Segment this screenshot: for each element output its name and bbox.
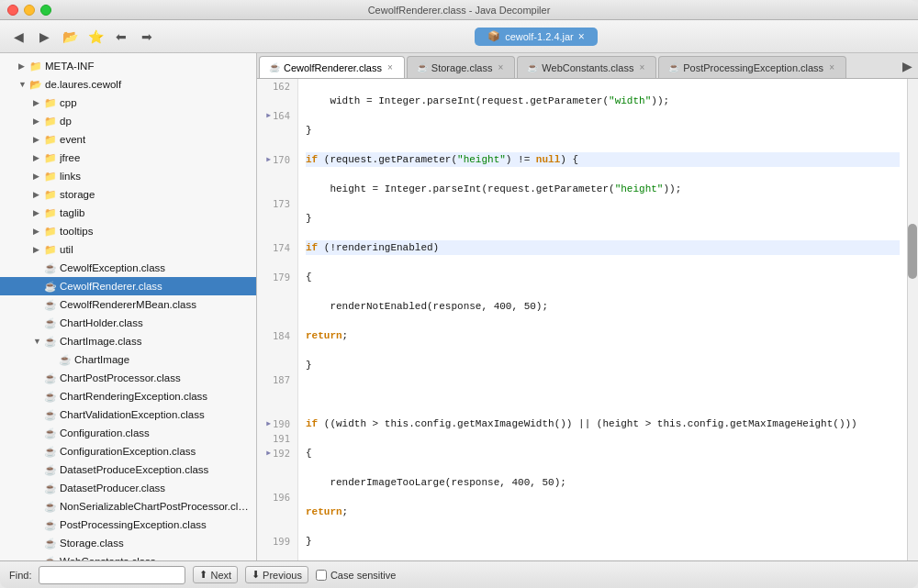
close-button[interactable]: [7, 5, 18, 16]
tab-close-cewolf-renderer[interactable]: ×: [386, 62, 395, 72]
find-bar: Find: ⬆ Next ⬇ Previous Case sensitive: [0, 560, 918, 588]
tree-item-post-processing-exception[interactable]: ☕ PostProcessingException.class: [0, 516, 256, 534]
tab-more-button[interactable]: ▶: [897, 59, 918, 73]
tree-item-dp[interactable]: ▶ 📁 dp: [0, 112, 256, 130]
folder-icon: 📁: [44, 241, 57, 258]
tab-cewolf-renderer[interactable]: ☕ CewolfRenderer.class ×: [259, 56, 405, 78]
previous-button[interactable]: ⬇ Previous: [245, 566, 308, 583]
next-label: Next: [210, 570, 231, 581]
tab-label: CewolfRenderer.class: [284, 62, 382, 73]
tab-icon: ☕: [527, 62, 538, 72]
tab-label: WebConstants.class: [542, 62, 633, 73]
toolbar: ◀ ▶ 📂 ⭐ ⬅ ➡ 📦 cewolf-1.2.4.jar ×: [0, 20, 918, 53]
tree-item-cpp[interactable]: ▶ 📁 cpp: [0, 94, 256, 112]
tree-item-links[interactable]: ▶ 📁 links: [0, 167, 256, 185]
folder-icon: 📁: [44, 205, 57, 221]
folder-icon: 📁: [44, 94, 57, 111]
class-file-icon: ☕: [44, 461, 57, 478]
code-line-173: return;: [306, 328, 900, 343]
folder-icon: 📁: [44, 113, 57, 129]
maximize-button[interactable]: [40, 5, 51, 16]
case-sensitive-label[interactable]: Case sensitive: [316, 570, 397, 581]
line-numbers: 162 164 170 173 174 179: [257, 79, 298, 560]
tree-item-storage[interactable]: ▶ 📁 storage: [0, 185, 256, 204]
case-sensitive-checkbox[interactable]: [316, 570, 327, 581]
tree-item-chart-image-child[interactable]: ☕ ChartImage: [0, 350, 256, 369]
next-button[interactable]: ⬆ Next: [193, 566, 238, 583]
toolbar-nav-back[interactable]: ⬅: [110, 26, 132, 48]
class-file-icon: ☕: [44, 406, 57, 423]
tree-item-dataset-produce-exception[interactable]: ☕ DatasetProduceException.class: [0, 460, 256, 479]
folder-icon: 📁: [44, 168, 57, 184]
tree-item-chart-holder[interactable]: ☕ ChartHolder.class: [0, 314, 256, 332]
tab-web-constants[interactable]: ☕ WebConstants.class ×: [517, 56, 656, 78]
tab-icon: ☕: [269, 62, 280, 72]
tree-item-storage-class[interactable]: ☕ Storage.class: [0, 534, 256, 552]
tree-item-chart-post-processor[interactable]: ☕ ChartPostProcessor.class: [0, 369, 256, 387]
tree-item-taglib[interactable]: ▶ 📁 taglib: [0, 204, 256, 222]
window-title: CewolfRenderer.class - Java Decompiler: [368, 5, 551, 16]
tree-item-dataset-producer[interactable]: ☕ DatasetProducer.class: [0, 479, 256, 497]
class-file-icon: ☕: [44, 516, 57, 533]
toolbar-bookmark-button[interactable]: ⭐: [84, 26, 106, 48]
tree-item-cewolf-exception[interactable]: ☕ CewolfException.class: [0, 259, 256, 277]
file-tree: ▶ 📁 META-INF ▼ 📂 de.laures.cewolf ▶ 📁 cp…: [0, 53, 257, 560]
code-line-162: width = Integer.parseInt(request.getPara…: [306, 94, 900, 108]
jar-tab-close[interactable]: ×: [578, 30, 585, 43]
tree-item-event[interactable]: ▶ 📁 event: [0, 130, 256, 149]
vertical-scrollbar[interactable]: [907, 79, 918, 560]
code-line-180: return;: [306, 505, 900, 519]
tree-item-de-laures-cewolf[interactable]: ▼ 📂 de.laures.cewolf: [0, 75, 256, 94]
class-file-icon: ☕: [44, 535, 57, 551]
code-line-166: }: [306, 211, 900, 226]
next-icon: ⬆: [199, 569, 207, 581]
minimize-button[interactable]: [24, 5, 35, 16]
content-area: ▶ 📁 META-INF ▼ 📂 de.laures.cewolf ▶ 📁 cp…: [0, 53, 918, 560]
folder-icon: 📁: [44, 186, 57, 203]
tree-item-configuration[interactable]: ☕ Configuration.class: [0, 424, 256, 442]
find-input[interactable]: [39, 566, 185, 584]
code-line-174: if ((width > this.config.getMaxImageWidt…: [306, 416, 900, 431]
tab-close-post-processing[interactable]: ×: [827, 62, 836, 72]
class-file-icon: ☕: [44, 553, 57, 560]
tree-item-tooltips[interactable]: ▶ 📁 tooltips: [0, 222, 256, 240]
tree-item-non-serializable[interactable]: ☕ NonSerializableChartPostProcessor.clas…: [0, 497, 256, 516]
jar-tab-label: cewolf-1.2.4.jar: [505, 31, 574, 42]
toolbar-forward-button[interactable]: ▶: [33, 26, 55, 48]
title-bar: CewolfRenderer.class - Java Decompiler: [0, 0, 918, 20]
toolbar-open-button[interactable]: 📂: [59, 26, 81, 48]
tree-item-configuration-exception[interactable]: ☕ ConfigurationException.class: [0, 442, 256, 460]
tree-item-chart-validation-exception[interactable]: ☕ ChartValidationException.class: [0, 405, 256, 424]
traffic-lights: [7, 5, 51, 16]
tab-close-web-constants[interactable]: ×: [637, 62, 646, 72]
tree-item-chart-rendering-exception[interactable]: ☕ ChartRenderingException.class: [0, 387, 256, 405]
scrollbar-thumb[interactable]: [908, 224, 917, 279]
folder-icon: 📁: [29, 58, 42, 74]
tab-storage[interactable]: ☕ Storage.class ×: [407, 56, 516, 78]
tab-post-processing[interactable]: ☕ PostProcessingException.class ×: [658, 56, 846, 78]
code-line-179: renderImageTooLarge(response, 400, 50);: [306, 475, 900, 490]
folder-icon: 📁: [44, 150, 57, 166]
tree-item-jfree[interactable]: ▶ 📁 jfree: [0, 149, 256, 167]
jar-tab[interactable]: 📦 cewolf-1.2.4.jar ×: [475, 28, 598, 46]
tree-item-cewolf-renderer-mbean[interactable]: ☕ CewolfRendererMBean.class: [0, 295, 256, 314]
tab-close-storage[interactable]: ×: [497, 62, 506, 72]
tree-item-cewolf-renderer[interactable]: ☕ CewolfRenderer.class: [0, 277, 256, 295]
previous-label: Previous: [263, 570, 302, 581]
class-file-icon: ☕: [44, 315, 57, 331]
editor-tabs: ☕ CewolfRenderer.class × ☕ Storage.class…: [257, 53, 918, 79]
tab-label: PostProcessingException.class: [683, 62, 823, 73]
toolbar-back-button[interactable]: ◀: [7, 26, 29, 48]
code-line-181: }: [306, 534, 900, 549]
tree-item-meta-inf[interactable]: ▶ 📁 META-INF: [0, 57, 256, 75]
class-file-icon: ☕: [44, 370, 57, 386]
tree-item-chart-image-class[interactable]: ▼ ☕ ChartImage.class: [0, 332, 256, 350]
tree-item-web-constants[interactable]: ☕ WebConstants.class: [0, 552, 256, 560]
jar-tab-icon: 📦: [487, 30, 500, 42]
toolbar-nav-forward[interactable]: ➡: [136, 26, 158, 48]
folder-icon: 📁: [44, 223, 57, 239]
code-content[interactable]: width = Integer.parseInt(request.getPara…: [298, 79, 907, 560]
case-sensitive-text: Case sensitive: [330, 570, 397, 581]
tree-item-util[interactable]: ▶ 📁 util: [0, 240, 256, 259]
code-line-172: renderNotEnabled(response, 400, 50);: [306, 299, 900, 314]
